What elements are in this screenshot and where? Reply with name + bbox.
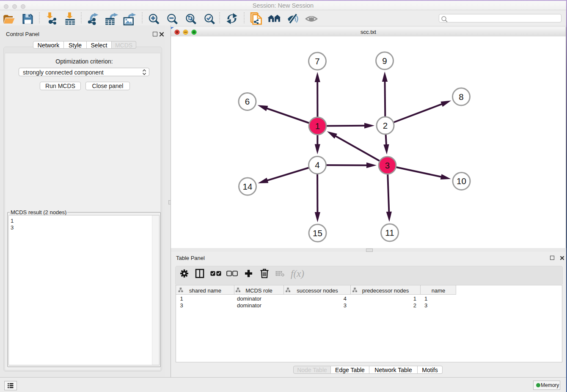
- svg-text:2: 2: [413, 302, 416, 309]
- svg-text:2: 2: [383, 121, 388, 130]
- svg-text:shared name: shared name: [189, 287, 221, 294]
- svg-text:3: 3: [385, 160, 390, 170]
- svg-text:6: 6: [245, 97, 250, 106]
- svg-text:14: 14: [243, 182, 253, 191]
- svg-text:8: 8: [459, 92, 463, 102]
- svg-text:11: 11: [385, 228, 394, 237]
- svg-text:predecessor nodes: predecessor nodes: [362, 287, 409, 294]
- svg-text:1: 1: [424, 295, 427, 302]
- svg-text:f(x): f(x): [291, 268, 304, 279]
- svg-text:successor nodes: successor nodes: [297, 287, 338, 294]
- svg-text:MCDS role: MCDS role: [245, 287, 272, 294]
- svg-text:3: 3: [344, 302, 347, 309]
- svg-text:1: 1: [315, 121, 320, 131]
- svg-text:dominator: dominator: [237, 302, 261, 309]
- svg-text:1: 1: [413, 295, 416, 302]
- svg-text:1: 1: [180, 295, 183, 302]
- svg-text:15: 15: [313, 228, 322, 238]
- svg-text:name: name: [432, 287, 446, 294]
- svg-text:4: 4: [344, 295, 347, 302]
- svg-text:7: 7: [315, 56, 319, 66]
- svg-text:3: 3: [180, 302, 183, 309]
- svg-text:9: 9: [382, 56, 387, 66]
- svg-text:3: 3: [424, 302, 427, 309]
- svg-text:4: 4: [315, 160, 319, 170]
- svg-text:dominator: dominator: [237, 295, 261, 302]
- svg-text:10: 10: [457, 176, 466, 186]
